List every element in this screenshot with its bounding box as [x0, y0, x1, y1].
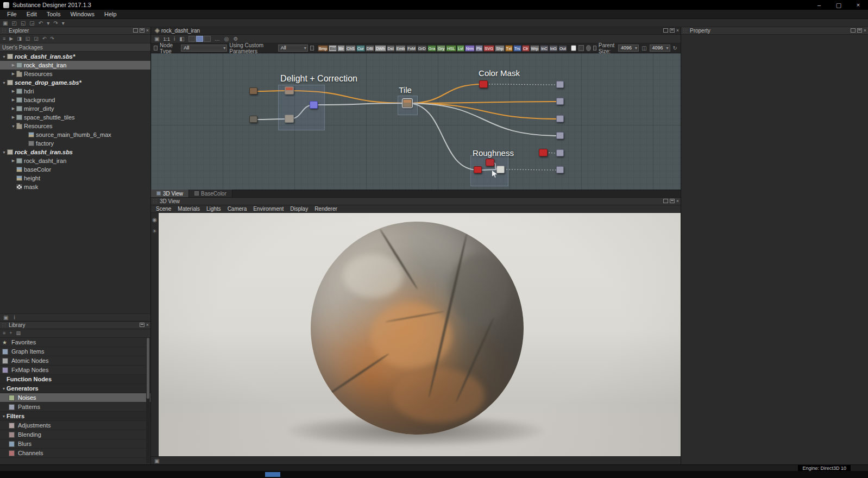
filter-toggle-checkbox[interactable]	[310, 46, 314, 51]
filter-chip-dwh[interactable]: DWh	[375, 45, 386, 52]
filter-chip-dbl[interactable]: DBl	[366, 45, 374, 52]
dock-icon[interactable]	[140, 28, 144, 33]
select-mode-button[interactable]	[188, 36, 196, 42]
expander-icon[interactable]: ▼	[2, 55, 7, 59]
menu-windows[interactable]: Windows	[65, 10, 99, 19]
bulb-icon[interactable]	[586, 45, 591, 51]
view3d-menu-lights[interactable]: Lights	[203, 206, 224, 212]
correction-node[interactable]	[285, 115, 294, 123]
filter-chip-trs[interactable]: Trs	[513, 45, 521, 52]
close-icon[interactable]: ×	[676, 28, 679, 33]
move-mode-button[interactable]	[196, 36, 203, 42]
filter-chip-svg[interactable]: SVG	[483, 45, 494, 52]
library-item-blurs[interactable]: Blurs	[0, 439, 150, 449]
tree-item-height[interactable]: height	[0, 174, 150, 183]
float-icon[interactable]	[663, 199, 668, 203]
tree-item-resources[interactable]: ▶Resources	[0, 70, 150, 78]
dock-icon[interactable]	[857, 28, 862, 33]
input-bitmap-node-2[interactable]	[249, 116, 257, 123]
add-icon[interactable]: +	[9, 330, 12, 337]
tree-item-rock-dasht-iran[interactable]: ▶rock_dasht_iran	[0, 156, 150, 165]
reset-size-icon[interactable]: ↻	[672, 45, 678, 52]
filter-chip-hsl[interactable]: HSL	[446, 45, 456, 52]
expander-icon[interactable]: ▶	[11, 115, 16, 120]
delight-node[interactable]	[285, 86, 294, 95]
tree-item-space-shuttle-tiles[interactable]: ▶space_shuttle_tiles	[0, 113, 150, 122]
expander-icon[interactable]: ▶	[11, 89, 16, 93]
menu-tools[interactable]: Tools	[42, 10, 66, 19]
tree-item-mask[interactable]: mask	[0, 183, 150, 191]
expander-icon[interactable]: ▼	[1, 387, 7, 391]
redo-icon[interactable]: ↷	[49, 35, 55, 42]
view3d-menu-camera[interactable]: Camera	[224, 206, 250, 212]
expander-icon[interactable]: ▶	[11, 98, 16, 102]
zoom-level[interactable]: 1:1	[163, 36, 170, 42]
filter-chip-nrm[interactable]: Nrm	[465, 45, 475, 52]
expander-icon[interactable]: ▶	[11, 72, 16, 76]
redo-history-icon[interactable]: ▾	[61, 20, 65, 27]
node-type-checkbox[interactable]	[154, 46, 158, 51]
tree-item-hdri[interactable]: ▶hdri	[0, 87, 150, 96]
filter-chip-chs[interactable]: ChS	[345, 45, 356, 52]
library-item-noises[interactable]: Noises	[0, 393, 150, 402]
expander-icon[interactable]: ▼	[1, 414, 7, 418]
parent-size-height-select[interactable]: 4096	[650, 45, 670, 52]
pan-mode-button[interactable]	[204, 36, 211, 42]
output-node-3[interactable]	[556, 115, 564, 122]
tree-item-mirror-dirty[interactable]: ▶mirror_dirty	[0, 104, 150, 113]
filter-chip-lvl[interactable]: Lvl	[457, 45, 464, 52]
filter-icon[interactable]: ≡	[2, 35, 6, 42]
display-icon[interactable]: ☀	[152, 228, 158, 235]
view3d-header[interactable]: 3D View ×	[151, 198, 681, 205]
save-icon[interactable]: ◱	[20, 20, 26, 27]
play-icon[interactable]: ▶	[9, 35, 14, 42]
undo-icon[interactable]: ↶	[42, 35, 47, 42]
view3d-menu-display[interactable]: Display	[287, 206, 311, 212]
expander-icon[interactable]: ▶	[11, 63, 16, 67]
undo-icon[interactable]: ↶	[38, 20, 43, 27]
output-node-2[interactable]	[556, 98, 564, 105]
explorer-header[interactable]: Explorer ×	[0, 27, 150, 35]
filter-chip-fxm[interactable]: FxM	[406, 45, 417, 52]
library-item-patterns[interactable]: Patterns	[0, 402, 150, 412]
view3d-menu-renderer[interactable]: Renderer	[311, 206, 341, 212]
redo-icon[interactable]: ↷	[53, 20, 58, 27]
expander-icon[interactable]: ▼	[2, 81, 7, 85]
filter-chip-gry[interactable]: Gry	[437, 45, 445, 52]
maximize-button[interactable]: ▢	[829, 0, 848, 10]
graph-comment-delight-correction[interactable]: Delight + Correction	[280, 74, 357, 84]
library-item-generators[interactable]: ▼Generators	[0, 384, 150, 393]
expander-icon[interactable]: ▶	[11, 159, 16, 163]
filter-chip-ing[interactable]: InG	[549, 45, 558, 52]
new-package-icon[interactable]: ▣	[2, 20, 8, 27]
menu-edit[interactable]: Edit	[22, 10, 42, 19]
dock-icon[interactable]	[670, 28, 675, 33]
filter-chip-plx[interactable]: Plx	[475, 45, 483, 52]
tree-item-scene-drop-game-sbs[interactable]: ▼scene_drop_game.sbs*	[0, 78, 150, 87]
node-type-select[interactable]: All	[181, 45, 227, 52]
filter-chip-out[interactable]: Out	[558, 45, 567, 52]
library-item-fxmap-nodes[interactable]: FxMap Nodes	[0, 366, 150, 375]
options-icon[interactable]: …	[214, 35, 221, 42]
drag-grip-icon[interactable]	[683, 28, 688, 34]
output-node-1[interactable]	[556, 81, 564, 88]
save-all-icon[interactable]: ◲	[33, 35, 39, 42]
filter-chip-txt[interactable]: Txt	[505, 45, 513, 52]
filter-chip-wrp[interactable]: Wrp	[530, 45, 540, 52]
roughness-node-2[interactable]	[486, 159, 494, 166]
close-icon[interactable]: ×	[146, 28, 149, 33]
filter-chip-inc[interactable]: InC	[540, 45, 549, 52]
parent-size-checkbox[interactable]	[593, 46, 596, 51]
camera-icon[interactable]: ◉	[152, 216, 158, 223]
filter-chip-clr[interactable]: Clr	[522, 45, 530, 52]
close-button[interactable]: ×	[848, 0, 868, 10]
save-icon[interactable]: ◱	[25, 35, 31, 42]
gear-icon[interactable]: ⚙	[232, 35, 238, 42]
tree-item-basecolor[interactable]: baseColor	[0, 165, 150, 174]
float-icon[interactable]	[663, 28, 668, 33]
drag-grip-icon[interactable]	[2, 28, 7, 34]
minimize-button[interactable]: –	[809, 0, 829, 10]
drag-grip-icon[interactable]	[153, 199, 158, 204]
filter-icon[interactable]: ≡	[2, 330, 6, 337]
roughness-blend-node[interactable]	[496, 166, 505, 173]
